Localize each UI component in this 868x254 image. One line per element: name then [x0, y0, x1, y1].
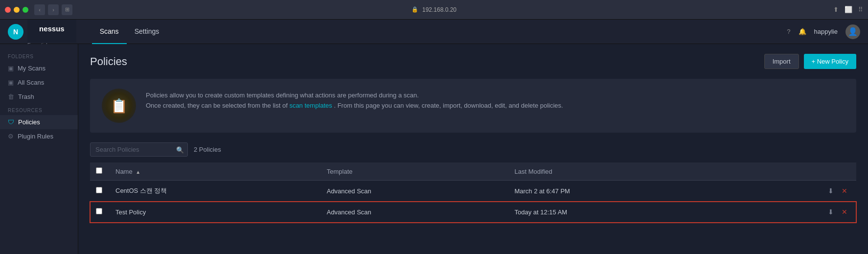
- import-button[interactable]: Import: [764, 54, 799, 69]
- user-avatar[interactable]: 👤: [845, 24, 860, 39]
- row1-actions: ⬇ ✕: [733, 181, 856, 202]
- sidebar: FOLDERS ▣ My Scans ▣ All Scans 🗑 Trash R…: [0, 44, 78, 254]
- folder-icon: ▣: [8, 79, 14, 86]
- row2-name: Test Policy: [110, 202, 321, 223]
- username: happylie: [814, 28, 838, 35]
- sidebar-label-all-scans: All Scans: [18, 79, 44, 86]
- table-head: Name ▲ Template Last Modified: [90, 162, 856, 181]
- titlebar: ‹ › ⊞ 🔒 192.168.0.20 ⬆ ⬜ ⠿: [0, 0, 868, 20]
- page-title: Policies: [90, 55, 127, 68]
- row1-download-button[interactable]: ⬇: [825, 186, 837, 196]
- apps-icon: ⠿: [858, 6, 863, 13]
- appbar-nav: Scans Settings: [92, 20, 167, 44]
- search-input-wrap: 🔍: [90, 142, 188, 157]
- logo-icon: N: [8, 24, 23, 40]
- row1-template: Advanced Scan: [321, 181, 509, 202]
- page-header-actions: Import + New Policy: [764, 54, 856, 69]
- sidebar-label-plugin-rules: Plugin Rules: [18, 133, 53, 140]
- folders-label: FOLDERS: [0, 50, 78, 61]
- row2-actions: ⬇ ✕: [733, 202, 856, 223]
- scan-templates-link[interactable]: scan templates: [289, 102, 332, 109]
- forward-button[interactable]: ›: [48, 4, 59, 15]
- sidebar-item-plugin-rules[interactable]: ⚙ Plugin Rules: [0, 129, 78, 143]
- info-text-2: Once created, they can be selected from …: [146, 102, 288, 109]
- folder-icon: ▣: [8, 65, 14, 72]
- lock-icon: 🔒: [411, 6, 418, 13]
- col-last-modified-label: Last Modified: [514, 168, 552, 175]
- sidebar-item-policies[interactable]: 🛡 Policies: [0, 115, 78, 129]
- row1-checkbox-cell: [90, 181, 110, 202]
- minimize-button[interactable]: [14, 7, 20, 13]
- upload-icon: ⬆: [833, 6, 839, 13]
- col-template-header[interactable]: Template: [321, 162, 509, 181]
- row2-template: Advanced Scan: [321, 202, 509, 223]
- url-bar: 🔒 192.168.0.20: [411, 6, 457, 13]
- search-button[interactable]: 🔍: [176, 146, 184, 153]
- row2-last-modified: Today at 12:15 AM: [508, 202, 732, 223]
- policies-table: Name ▲ Template Last Modified: [90, 162, 856, 223]
- col-checkbox: [90, 162, 110, 181]
- titlebar-nav: ‹ › ⊞: [34, 4, 72, 15]
- row1-last-modified: March 2 at 6:47 PM: [508, 181, 732, 202]
- search-bar: 🔍 2 Policies: [90, 142, 856, 157]
- search-input[interactable]: [90, 142, 188, 157]
- page-header: Policies Import + New Policy: [90, 54, 856, 69]
- close-button[interactable]: [5, 7, 11, 13]
- nav-settings[interactable]: Settings: [127, 20, 167, 44]
- info-banner: 📋 Policies allow you to create custom te…: [90, 79, 856, 133]
- sort-arrow-icon: ▲: [136, 169, 140, 175]
- new-policy-button[interactable]: + New Policy: [804, 54, 857, 69]
- shield-icon: 🛡: [8, 118, 14, 126]
- maximize-button[interactable]: [23, 7, 28, 13]
- row1-name: CentOS 스캔 정책: [110, 181, 321, 202]
- sidebar-label-my-scans: My Scans: [18, 65, 46, 72]
- resources-label: RESOURCES: [0, 104, 78, 115]
- table-row: CentOS 스캔 정책 Advanced Scan March 2 at 6:…: [90, 181, 856, 202]
- trash-icon: 🗑: [8, 93, 14, 100]
- plugin-icon: ⚙: [8, 133, 14, 140]
- row2-download-button[interactable]: ⬇: [825, 207, 837, 217]
- sidebar-label-policies: Policies: [18, 118, 40, 126]
- appbar: N nessus Essentials Scans Settings ? 🔔 h…: [0, 20, 868, 44]
- appbar-right: ? 🔔 happylie 👤: [787, 24, 860, 39]
- url-text: 192.168.0.20: [422, 6, 457, 13]
- col-actions-header: [733, 162, 856, 181]
- document-star-icon: 📋: [111, 98, 128, 114]
- logo-text: nessus Essentials: [27, 15, 76, 48]
- help-icon[interactable]: ?: [787, 28, 790, 35]
- select-all-checkbox[interactable]: [96, 167, 102, 174]
- col-name-header[interactable]: Name ▲: [110, 162, 321, 181]
- titlebar-right: ⬆ ⬜ ⠿: [833, 6, 863, 13]
- info-text-3: . From this page you can view, create, i…: [334, 102, 563, 109]
- nav-scans[interactable]: Scans: [92, 20, 127, 44]
- share-icon: ⬜: [845, 6, 852, 13]
- table-row: Test Policy Advanced Scan Today at 12:15…: [90, 202, 856, 223]
- row1-delete-button[interactable]: ✕: [839, 186, 850, 196]
- window-toggle-button[interactable]: ⊞: [62, 4, 72, 15]
- row2-checkbox[interactable]: [96, 208, 102, 214]
- back-button[interactable]: ‹: [34, 4, 45, 15]
- policies-count: 2 Policies: [194, 146, 221, 153]
- layout: FOLDERS ▣ My Scans ▣ All Scans 🗑 Trash R…: [0, 44, 868, 254]
- sidebar-item-trash[interactable]: 🗑 Trash: [0, 90, 78, 104]
- sidebar-item-all-scans[interactable]: ▣ All Scans: [0, 75, 78, 90]
- info-banner-text: Policies allow you to create custom temp…: [146, 89, 563, 111]
- bell-icon[interactable]: 🔔: [799, 28, 806, 35]
- table-body: CentOS 스캔 정책 Advanced Scan March 2 at 6:…: [90, 181, 856, 223]
- row2-checkbox-cell: [90, 202, 110, 223]
- traffic-lights: [5, 7, 28, 13]
- sidebar-label-trash: Trash: [18, 93, 34, 100]
- col-last-modified-header[interactable]: Last Modified: [508, 162, 732, 181]
- row2-delete-button[interactable]: ✕: [839, 207, 850, 217]
- col-template-label: Template: [327, 168, 353, 175]
- table-header-row: Name ▲ Template Last Modified: [90, 162, 856, 181]
- sidebar-item-my-scans[interactable]: ▣ My Scans: [0, 61, 78, 75]
- nessus-logo: N nessus Essentials: [8, 15, 76, 48]
- col-name-label: Name: [115, 168, 133, 175]
- row1-checkbox[interactable]: [96, 187, 102, 193]
- info-banner-icon: 📋: [102, 89, 136, 123]
- main-content: Policies Import + New Policy 📋 Policies …: [78, 44, 868, 254]
- info-text-1: Policies allow you to create custom temp…: [146, 92, 419, 99]
